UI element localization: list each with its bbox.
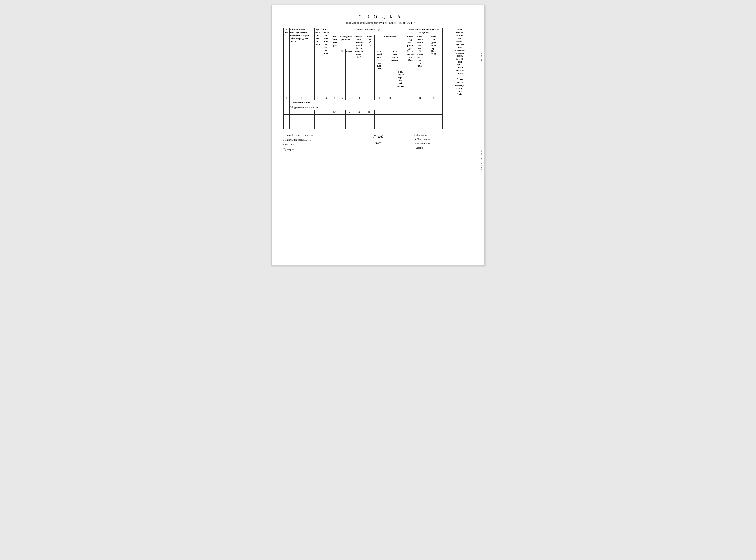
empty-row-1 xyxy=(284,115,477,129)
header-normativnaya: Нормативная условно-чистая продукция xyxy=(405,28,442,35)
header-num: №пп xyxy=(284,28,290,96)
sig-chief-engineer: Главный инженер проекта xyxy=(283,134,346,136)
sec-a-num xyxy=(284,100,290,105)
header-exp-sub: в томчислезара-бот-нойплаты xyxy=(396,70,405,96)
header-overhead-sum: сумма xyxy=(345,49,353,96)
header-total: всегопогр.5,7, 8 xyxy=(365,35,375,96)
page-subtitle: объемов и стоимости работ к локальной см… xyxy=(283,21,477,25)
side-text-bottom: Тп 704-4-37.86 Ал/7 xyxy=(480,147,482,170)
dr1-exp xyxy=(384,110,396,115)
dr1-base xyxy=(375,110,384,115)
header-nacl: в нак-лад-ныхрасхо-дах,% сум-мы погр.I0,… xyxy=(405,35,415,96)
dr1-total: I45 xyxy=(365,110,375,115)
header-unit: Еди-ницаиз-ме-ре-ния xyxy=(315,28,321,96)
header-planned: плано-выхнакоп-лений,% сто-имостипо гр.5… xyxy=(353,35,365,96)
col-num-7: 7 xyxy=(345,96,353,100)
col-num-8: 8 xyxy=(353,96,365,100)
sig-checked: Проверил xyxy=(283,148,346,151)
col-num-4: 4 xyxy=(321,96,331,100)
dr1-total-ncp xyxy=(415,110,425,115)
col-num-14: I4 xyxy=(415,96,425,100)
header-overhead-pct: % xyxy=(339,49,345,96)
header-direct: пря-мыхзат-рат xyxy=(331,35,339,96)
col-num-2: 2 xyxy=(289,96,315,100)
sub-i-label: Оборудование и его монтаж xyxy=(289,105,442,110)
col-num-5: 5 xyxy=(331,96,339,100)
col-num-6: 6 xyxy=(339,96,345,100)
handwriting-bottom: Плcc xyxy=(346,141,410,145)
sig-middle-handwriting: Далеß Плcc xyxy=(346,134,410,153)
sig-right: З.Данилова А.Понтрягина И.Богомолова Т.Л… xyxy=(410,134,477,153)
dr1-planned: 4 xyxy=(353,110,365,115)
sig-left: Главный инженер проекта / Начальник отде… xyxy=(283,134,346,153)
sig-pontrygina: А.Понтрягина xyxy=(414,138,477,141)
col-num-1: I xyxy=(284,96,290,100)
dr1-unit: – xyxy=(315,110,321,115)
col-num-11: II xyxy=(384,96,396,100)
col-num-15: I5 xyxy=(425,96,442,100)
section-a-header: А. Теплоснабжение xyxy=(284,100,477,105)
page-title: С В О Д К А xyxy=(283,15,477,19)
header-plan-new: в пла-новыхнако-пле-ниях%стои-мостипогр.… xyxy=(415,35,425,96)
sig-compiled: Составил xyxy=(283,143,346,146)
page: 21177-04 Тп 704-4-37.86 Ал/7 С В О Д К А… xyxy=(271,5,485,265)
sig-lipko: Т.Липко xyxy=(414,146,477,149)
header-name: Наименование конструктивных элементов и … xyxy=(289,28,315,96)
col-num-10: I0 xyxy=(375,96,384,100)
dr1-overhead-pct: 80 xyxy=(339,110,345,115)
handwriting-top: Далеß xyxy=(346,135,410,139)
dr1-num xyxy=(284,110,290,115)
signatures-section: Главный инженер проекта / Начальник отде… xyxy=(283,134,477,153)
dr1-direct: I27 xyxy=(331,110,339,115)
dr1-unit-weight xyxy=(425,110,442,115)
header-exp-group: эксп-луа-тациимашин xyxy=(384,49,405,70)
header-smetnaya: Сметная стоимость, руб. xyxy=(331,28,406,35)
dr1-qty: – xyxy=(321,110,331,115)
col-num-9: 9 xyxy=(365,96,375,100)
col-num-3: 3 xyxy=(315,96,321,100)
subsection-i-header: I. Оборудование и его монтаж xyxy=(284,105,477,110)
header-row-1: №пп Наименование конструктивных элементо… xyxy=(284,28,477,35)
side-text-top: 21177-04 xyxy=(480,53,482,62)
header-unit-weight: Удель-ный весстоимо-стиконст-руктив-ного… xyxy=(442,28,477,96)
dr1-overhead-sum: I4 xyxy=(345,110,353,115)
dr1-name xyxy=(289,110,315,115)
dr1-nacl xyxy=(396,110,405,115)
col-num-12: I2 xyxy=(396,96,405,100)
col-num-13: I3 xyxy=(405,96,415,100)
sec-a-label: А. Теплоснабжение xyxy=(289,100,442,105)
header-overhead-group: накладныхрасходов xyxy=(339,35,353,49)
sub-i-num: I. xyxy=(284,105,290,110)
main-table: №пп Наименование конструктивных элементо… xyxy=(283,27,477,129)
sig-bogomolova: И.Богомолова xyxy=(414,142,477,145)
header-total-ncp: всегоподан-нымгр.I0,II,I2,I3 xyxy=(425,35,442,96)
column-numbers-row: I 2 3 4 5 6 7 8 9 I0 II I2 I3 I4 I5 xyxy=(284,96,477,100)
sig-dept-head: / Начальник отдела Э и С xyxy=(283,138,346,141)
data-row-1: – – I27 80 I4 4 I45 xyxy=(284,110,477,115)
header-vtomchisle: в том числе xyxy=(375,35,405,49)
sig-danilova: З.Данилова xyxy=(414,134,477,136)
title-section: С В О Д К А объемов и стоимости работ к … xyxy=(283,15,477,25)
header-exp xyxy=(384,70,396,96)
header-qty: Коли-чест-воеди-нициз-ме-ре-ния xyxy=(321,28,331,96)
dr1-plan-new xyxy=(405,110,415,115)
header-base: осно-внойзара-бот-нойпла-ты xyxy=(375,49,384,96)
